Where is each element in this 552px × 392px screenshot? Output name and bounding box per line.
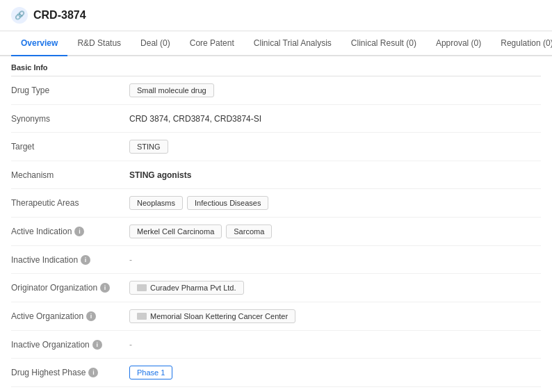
section-title: Basic Info (11, 56, 541, 76)
tag-small-molecule: Small molecule drug (129, 83, 214, 97)
label-synonyms: Synonyms (11, 114, 129, 124)
org-logo-mskcc (137, 313, 147, 320)
label-active-org: Active Organization i (11, 311, 129, 321)
tag-neoplasms: Neoplasms (129, 196, 183, 210)
tab-deal[interactable]: Deal (0) (131, 31, 180, 56)
field-target: Target STING (11, 133, 541, 161)
tag-sarcoma: Sarcoma (226, 224, 272, 238)
value-drug-type: Small molecule drug (129, 83, 541, 97)
value-drug-highest-phase: Phase 1 (129, 366, 541, 379)
value-mechanism: STING agonists (129, 170, 541, 180)
tab-core-patent[interactable]: Core Patent (180, 31, 244, 56)
info-icon-originator-org[interactable]: i (100, 283, 110, 293)
info-icon-inactive-org[interactable]: i (92, 340, 102, 350)
info-icon-active-indication[interactable]: i (74, 227, 84, 236)
info-icon-inactive-indication[interactable]: i (81, 255, 90, 265)
value-synonyms: CRD 3874, CRD3874, CRD3874-SI (129, 114, 541, 124)
page-header: 🔗 CRD-3874 (0, 0, 552, 31)
info-icon-active-org[interactable]: i (86, 311, 96, 321)
tag-curadev: Curadev Pharma Pvt Ltd. (129, 281, 244, 295)
field-drug-highest-phase: Drug Highest Phase i Phase 1 (11, 359, 541, 387)
label-inactive-indication: Inactive Indication i (11, 255, 129, 265)
tab-rd-status[interactable]: R&D Status (67, 31, 131, 56)
field-drug-type: Drug Type Small molecule drug (11, 76, 541, 105)
label-mechanism: Mechanism (11, 170, 129, 180)
page-title: CRD-3874 (33, 9, 86, 22)
org-logo-curadev (137, 284, 147, 291)
value-inactive-indication: - (129, 255, 541, 265)
label-target: Target (11, 142, 129, 152)
tab-overview[interactable]: Overview (11, 31, 67, 56)
tab-clinical-trial[interactable]: Clinical Trial Analysis (244, 31, 341, 56)
drug-icon: 🔗 (11, 7, 28, 24)
label-drug-highest-phase: Drug Highest Phase i (11, 368, 129, 377)
tab-clinical-result[interactable]: Clinical Result (0) (341, 31, 426, 56)
label-originator-org: Originator Organization i (11, 283, 129, 293)
field-first-approval-date: First Approval Date - (11, 387, 541, 392)
value-target: STING (129, 140, 541, 154)
field-therapeutic-areas: Therapeutic Areas Neoplasms Infectious D… (11, 189, 541, 218)
field-inactive-org: Inactive Organization i - (11, 331, 541, 359)
tag-infectious-diseases: Infectious Diseases (187, 196, 268, 210)
value-active-org: Memorial Sloan Kettering Cancer Center (129, 309, 541, 323)
value-therapeutic-areas: Neoplasms Infectious Diseases (129, 196, 541, 210)
field-active-org: Active Organization i Memorial Sloan Ket… (11, 302, 541, 331)
field-inactive-indication: Inactive Indication i - (11, 246, 541, 274)
value-inactive-org: - (129, 340, 541, 350)
tab-regulation[interactable]: Regulation (0) (491, 31, 552, 56)
tag-sting: STING (129, 140, 168, 154)
tag-phase1: Phase 1 (129, 366, 172, 379)
tag-mskcc: Memorial Sloan Kettering Cancer Center (129, 309, 295, 323)
label-inactive-org: Inactive Organization i (11, 340, 129, 350)
label-active-indication: Active Indication i (11, 227, 129, 236)
app-container: 🔗 CRD-3874 Overview R&D Status Deal (0) … (0, 0, 552, 392)
value-originator-org: Curadev Pharma Pvt Ltd. (129, 281, 541, 295)
field-mechanism: Mechanism STING agonists (11, 161, 541, 189)
tag-merkel-cell: Merkel Cell Carcinoma (129, 224, 222, 238)
info-icon-drug-phase[interactable]: i (88, 368, 98, 377)
tab-approval[interactable]: Approval (0) (426, 31, 491, 56)
field-synonyms: Synonyms CRD 3874, CRD3874, CRD3874-SI (11, 105, 541, 133)
label-therapeutic-areas: Therapeutic Areas (11, 198, 129, 208)
content-area: Basic Info Drug Type Small molecule drug… (0, 56, 552, 392)
nav-tabs: Overview R&D Status Deal (0) Core Patent… (0, 31, 552, 56)
field-originator-org: Originator Organization i Curadev Pharma… (11, 274, 541, 302)
field-active-indication: Active Indication i Merkel Cell Carcinom… (11, 218, 541, 246)
value-active-indication: Merkel Cell Carcinoma Sarcoma (129, 224, 541, 238)
label-drug-type: Drug Type (11, 85, 129, 95)
